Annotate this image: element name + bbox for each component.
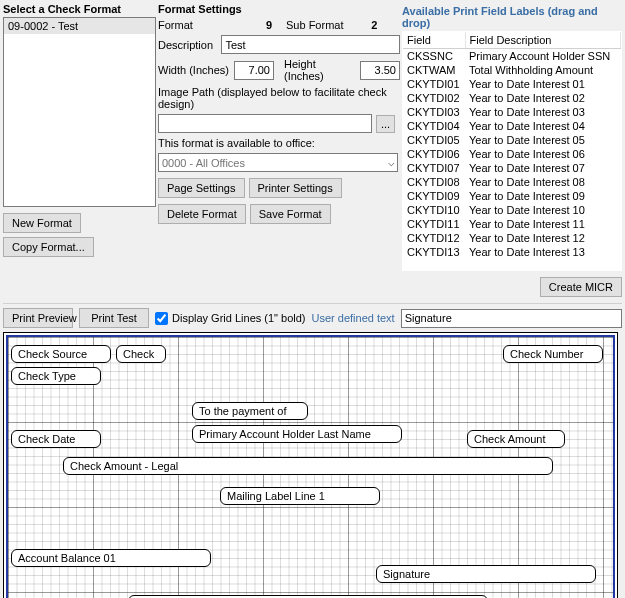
design-field-check-type[interactable]: Check Type	[11, 367, 101, 385]
design-field-signature[interactable]: Signature	[376, 565, 596, 583]
format-label: Format	[158, 19, 218, 31]
delete-format-button[interactable]: Delete Format	[158, 204, 246, 224]
field-row[interactable]: CKYTDI04Year to Date Interest 04	[403, 119, 621, 133]
field-desc: Total Withholding Amount	[465, 63, 621, 77]
field-row[interactable]: CKYTDI12Year to Date Interest 12	[403, 231, 621, 245]
field-row[interactable]: CKYTDI09Year to Date Interest 09	[403, 189, 621, 203]
height-label: Height (Inches)	[284, 58, 356, 82]
field-code: CKYTDI06	[403, 147, 465, 161]
copy-format-button[interactable]: Copy Format...	[3, 237, 94, 257]
field-code: CKTWAM	[403, 63, 465, 77]
gridlines-label: Display Grid Lines (1" bold)	[172, 312, 306, 324]
field-code: CKYTDI05	[403, 133, 465, 147]
field-code: CKYTDI08	[403, 175, 465, 189]
field-row[interactable]: CKYTDI06Year to Date Interest 06	[403, 147, 621, 161]
field-desc: Year to Date Interest 04	[465, 119, 621, 133]
field-code: CKYTDI10	[403, 203, 465, 217]
field-desc: Year to Date Interest 12	[465, 231, 621, 245]
design-surface-outer: Check SourceCheckCheck NumberCheck TypeT…	[3, 332, 618, 598]
field-row[interactable]: CKSSNCPrimary Account Holder SSN	[403, 49, 621, 64]
design-field-check-number[interactable]: Check Number	[503, 345, 603, 363]
design-field-check-amount-legal[interactable]: Check Amount - Legal	[63, 457, 553, 475]
field-row[interactable]: CKYTDI05Year to Date Interest 05	[403, 133, 621, 147]
gridlines-checkbox-wrap[interactable]: Display Grid Lines (1" bold)	[155, 312, 306, 325]
subformat-value: 2	[347, 19, 377, 31]
design-surface[interactable]: Check SourceCheckCheck NumberCheck TypeT…	[6, 335, 615, 598]
field-code: CKYTDI02	[403, 91, 465, 105]
desc-col-header[interactable]: Field Description	[465, 32, 621, 49]
field-code: CKSSNC	[403, 49, 465, 64]
field-row[interactable]: CKTWAMTotal Withholding Amount	[403, 63, 621, 77]
design-field-check[interactable]: Check	[116, 345, 166, 363]
format-list-item[interactable]: 09-0002 - Test	[4, 18, 155, 34]
field-code: CKYTDI12	[403, 231, 465, 245]
select-format-title: Select a Check Format	[3, 3, 156, 15]
field-desc: Year to Date Interest 09	[465, 189, 621, 203]
create-micr-button[interactable]: Create MICR	[540, 277, 622, 297]
field-desc: Year to Date Interest 01	[465, 77, 621, 91]
field-list[interactable]: Field Field Description CKSSNCPrimary Ac…	[402, 31, 622, 271]
field-row[interactable]: CKYTDI11Year to Date Interest 11	[403, 217, 621, 231]
field-desc: Primary Account Holder SSN	[465, 49, 621, 64]
width-input[interactable]	[234, 61, 274, 80]
field-code: CKYTDI09	[403, 189, 465, 203]
field-code: CKYTDI04	[403, 119, 465, 133]
page-settings-button[interactable]: Page Settings	[158, 178, 245, 198]
office-value: 0000 - All Offices	[162, 157, 245, 169]
design-field-check-amount[interactable]: Check Amount	[467, 430, 565, 448]
field-desc: Year to Date Interest 07	[465, 161, 621, 175]
field-row[interactable]: CKYTDI03Year to Date Interest 03	[403, 105, 621, 119]
browse-button[interactable]: ...	[376, 115, 395, 133]
design-field-account-balance[interactable]: Account Balance 01	[11, 549, 211, 567]
office-dropdown[interactable]: 0000 - All Offices ⌵	[158, 153, 398, 172]
format-value: 9	[222, 19, 272, 31]
field-code: CKYTDI07	[403, 161, 465, 175]
print-test-button[interactable]: Print Test	[79, 308, 149, 328]
print-preview-button[interactable]: Print Preview	[3, 308, 73, 328]
field-row[interactable]: CKYTDI01Year to Date Interest 01	[403, 77, 621, 91]
field-desc: Year to Date Interest 08	[465, 175, 621, 189]
field-code: CKYTDI01	[403, 77, 465, 91]
office-avail-label: This format is available to office:	[158, 137, 315, 149]
chevron-down-icon: ⌵	[388, 156, 395, 169]
design-field-check-date[interactable]: Check Date	[11, 430, 101, 448]
field-code: CKYTDI13	[403, 245, 465, 259]
field-desc: Year to Date Interest 10	[465, 203, 621, 217]
save-format-button[interactable]: Save Format	[250, 204, 331, 224]
design-field-check-source[interactable]: Check Source	[11, 345, 111, 363]
field-desc: Year to Date Interest 02	[465, 91, 621, 105]
field-desc: Year to Date Interest 05	[465, 133, 621, 147]
field-desc: Year to Date Interest 13	[465, 245, 621, 259]
format-settings-title: Format Settings	[158, 3, 400, 15]
design-field-mailing-label[interactable]: Mailing Label Line 1	[220, 487, 380, 505]
image-path-label: Image Path (displayed below to facilitat…	[158, 86, 400, 110]
field-row[interactable]: CKYTDI10Year to Date Interest 10	[403, 203, 621, 217]
field-row[interactable]: CKYTDI08Year to Date Interest 08	[403, 175, 621, 189]
image-path-input[interactable]	[158, 114, 372, 133]
height-input[interactable]	[360, 61, 400, 80]
user-defined-text-label: User defined text	[312, 312, 395, 324]
design-field-to-the-payment[interactable]: To the payment of	[192, 402, 308, 420]
available-fields-title: Available Print Field Labels (drag and d…	[402, 3, 622, 31]
field-desc: Year to Date Interest 06	[465, 147, 621, 161]
field-row[interactable]: CKYTDI07Year to Date Interest 07	[403, 161, 621, 175]
field-row[interactable]: CKYTDI02Year to Date Interest 02	[403, 91, 621, 105]
user-defined-text-input[interactable]	[401, 309, 622, 328]
description-input[interactable]	[221, 35, 400, 54]
new-format-button[interactable]: New Format	[3, 213, 81, 233]
field-code: CKYTDI11	[403, 217, 465, 231]
gridlines-checkbox[interactable]	[155, 312, 168, 325]
width-label: Width (Inches)	[158, 64, 230, 76]
field-row[interactable]: CKYTDI13Year to Date Interest 13	[403, 245, 621, 259]
format-list[interactable]: 09-0002 - Test	[3, 17, 156, 207]
subformat-label: Sub Format	[286, 19, 343, 31]
printer-settings-button[interactable]: Printer Settings	[249, 178, 342, 198]
design-field-primary-account-holder[interactable]: Primary Account Holder Last Name	[192, 425, 402, 443]
field-code: CKYTDI03	[403, 105, 465, 119]
description-label: Description	[158, 39, 217, 51]
field-desc: Year to Date Interest 03	[465, 105, 621, 119]
field-col-header[interactable]: Field	[403, 32, 465, 49]
field-desc: Year to Date Interest 11	[465, 217, 621, 231]
